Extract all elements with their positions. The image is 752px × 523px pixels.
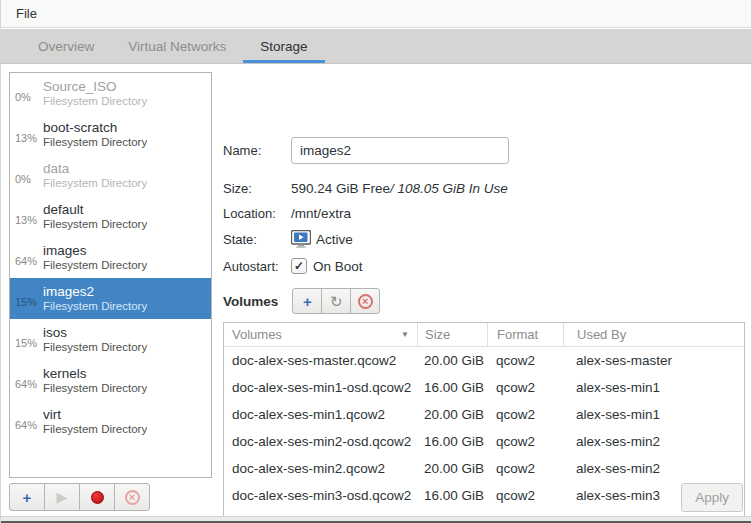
pool-name-input[interactable] [291,137,509,164]
volumes-table: Volumes ▼ Size Format Used By doc-alex-s… [223,322,745,523]
pool-type: Filesystem Directory [43,95,147,109]
pool-usage-percent: 15% [15,330,43,349]
pool-usage-percent: 13% [15,125,43,144]
add-pool-button[interactable]: + [9,483,45,511]
pool-item-images[interactable]: 64% images Filesystem Directory [10,237,211,278]
menu-bar: File [1,0,751,28]
pool-type: Filesystem Directory [43,382,147,396]
pool-type: Filesystem Directory [43,218,147,232]
volume-row[interactable]: doc-alex-ses-min2.qcow2 20.00 GiB qcow2 … [224,455,744,482]
tab-overview[interactable]: Overview [21,29,111,63]
storage-pool-list: 0% Source_ISO Filesystem Directory 13% b… [9,72,212,478]
volume-row[interactable]: doc-alex-ses-min1-osd.qcow2 16.00 GiB qc… [224,374,744,401]
pool-usage-percent: 0% [15,84,43,103]
state-label: State: [223,232,291,247]
state-value: Active [316,232,353,247]
tab-virtual-networks[interactable]: Virtual Networks [111,29,243,63]
storage-tab-content: 0% Source_ISO Filesystem Directory 13% b… [1,64,751,516]
size-label: Size: [223,181,291,196]
pool-item-default[interactable]: 13% default Filesystem Directory [10,196,211,237]
pool-type: Filesystem Directory [43,177,147,191]
delete-pool-button[interactable]: × [114,483,150,511]
plus-icon: + [23,490,32,505]
refresh-volumes-button[interactable]: ↻ [321,288,351,314]
pool-item-source-iso[interactable]: 0% Source_ISO Filesystem Directory [10,73,211,114]
pool-item-isos[interactable]: 15% isos Filesystem Directory [10,319,211,360]
pool-name: images [43,242,147,260]
pool-usage-percent: 64% [15,412,43,431]
checkmark-icon: ✓ [294,260,304,272]
stop-pool-button[interactable] [79,483,115,511]
location-value: /mnt/extra [291,206,351,221]
plus-icon: + [303,294,312,309]
delete-circle-icon: × [125,490,140,505]
tab-bar: Overview Virtual Networks Storage [1,29,751,64]
delete-circle-icon: × [358,294,373,309]
pool-name: boot-scratch [43,119,147,137]
pool-type: Filesystem Directory [43,423,147,437]
pool-usage-percent: 64% [15,371,43,390]
pool-name: isos [43,324,147,342]
pool-type: Filesystem Directory [43,341,147,355]
volume-row[interactable]: doc-alex-ses-min3-osd.qcow2 16.00 GiB qc… [224,482,744,509]
size-used-value: / 108.05 GiB In Use [390,181,508,196]
pool-item-data[interactable]: 0% data Filesystem Directory [10,155,211,196]
pool-name: virt [43,406,147,424]
stop-icon [91,491,104,504]
delete-volume-button[interactable]: × [350,288,380,314]
play-icon: ▶ [57,490,68,504]
size-free-value: 590.24 GiB Free [291,181,390,196]
volumes-section-header: Volumes + ↻ × [223,288,380,314]
volume-row[interactable]: doc-alex-ses-min1.qcow2 20.00 GiB qcow2 … [224,401,744,428]
column-header-format[interactable]: Format [487,323,563,346]
pool-item-kernels[interactable]: 64% kernels Filesystem Directory [10,360,211,401]
pool-name: default [43,201,147,219]
pool-toolbar: + ▶ × [9,483,150,511]
pool-usage-percent: 15% [15,289,43,308]
volumes-table-header: Volumes ▼ Size Format Used By [224,323,744,347]
autostart-checkbox[interactable]: ✓ [291,258,307,274]
pool-name: kernels [43,365,147,383]
pool-type: Filesystem Directory [43,136,147,150]
column-header-volumes[interactable]: Volumes ▼ [224,323,417,346]
pool-usage-percent: 13% [15,207,43,226]
pool-name: Source_ISO [43,78,147,96]
pool-running-monitor-icon [291,230,311,248]
start-pool-button[interactable]: ▶ [44,483,80,511]
refresh-icon: ↻ [330,294,343,309]
autostart-label: Autostart: [223,259,291,274]
volume-row[interactable]: doc-alex-ses-master.qcow2 20.00 GiB qcow… [224,347,744,374]
autostart-value: On Boot [313,259,363,274]
pool-type: Filesystem Directory [43,300,147,314]
file-menu[interactable]: File [10,4,43,23]
pool-type: Filesystem Directory [43,259,147,273]
virt-manager-connection-details-window: File Overview Virtual Networks Storage 0… [0,0,752,523]
pool-item-boot-scratch[interactable]: 13% boot-scratch Filesystem Directory [10,114,211,155]
column-header-size[interactable]: Size [417,323,487,346]
pool-item-virt[interactable]: 64% virt Filesystem Directory [10,401,211,442]
pool-item-images2-selected[interactable]: 15% images2 Filesystem Directory [10,278,211,319]
pool-name: images2 [43,283,147,301]
column-header-used-by[interactable]: Used By [563,323,744,346]
location-label: Location: [223,206,291,221]
tab-storage[interactable]: Storage [243,29,324,63]
pool-usage-percent: 0% [15,166,43,185]
pool-usage-percent: 64% [15,248,43,267]
name-label: Name: [223,143,291,158]
pool-name: data [43,160,147,178]
apply-button[interactable]: Apply [681,483,743,512]
volumes-section-title: Volumes [223,294,278,309]
add-volume-button[interactable]: + [292,288,322,314]
volume-row[interactable]: doc-alex-ses-min2-osd.qcow2 16.00 GiB qc… [224,428,744,455]
sort-descending-icon: ▼ [401,330,409,339]
